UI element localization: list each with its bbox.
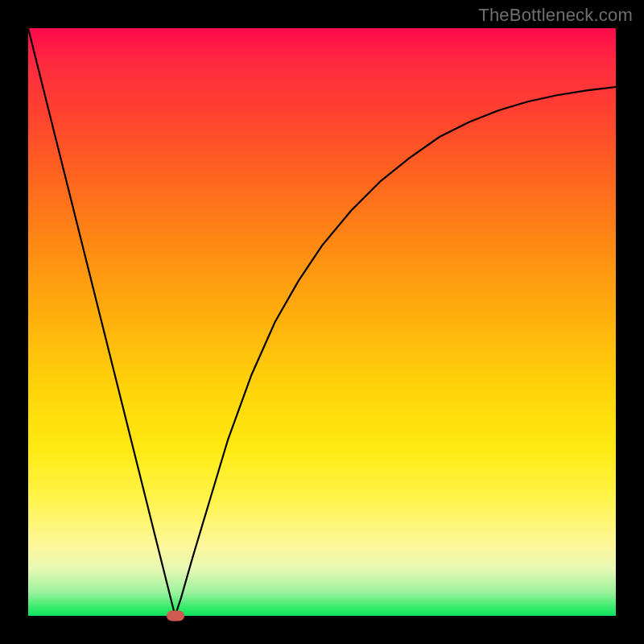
chart-frame: TheBottleneck.com [0, 0, 644, 644]
plot-area [28, 28, 616, 616]
curve-layer [28, 28, 616, 616]
min-marker [167, 611, 184, 621]
watermark-text: TheBottleneck.com [478, 5, 633, 26]
bottleneck-curve [28, 28, 616, 616]
